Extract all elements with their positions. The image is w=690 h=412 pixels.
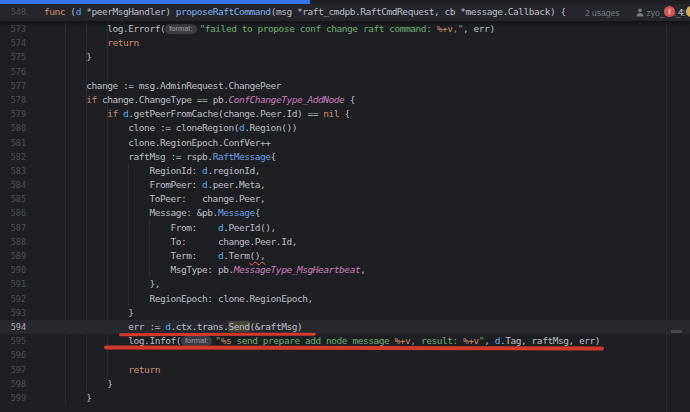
error-icon[interactable]: !	[664, 6, 675, 17]
line-number[interactable]: 590	[0, 263, 34, 277]
sticky-header-line[interactable]: 548 func (d *peerMsgHandler) proposeRaft…	[0, 4, 690, 22]
code-line[interactable]: 591 },	[0, 277, 690, 291]
code-token: %s	[221, 335, 232, 346]
line-number[interactable]: 574	[0, 36, 34, 50]
code-line[interactable]: 576	[0, 65, 690, 79]
code-token: clone := cloneRegion(	[128, 122, 239, 133]
code-line[interactable]: 592 RegionEpoch: clone.RegionEpoch,	[0, 292, 690, 306]
code-token: raftMsg := rspb.	[128, 151, 212, 162]
line-number[interactable]: 591	[0, 277, 34, 291]
code-token: ConfChangeType_AddNode	[228, 94, 344, 105]
sticky-header-code: func (d *peerMsgHandler) proposeRaftComm…	[44, 5, 571, 19]
line-number[interactable]: 599	[0, 391, 34, 405]
line-number[interactable]: 588	[0, 235, 34, 249]
code-token: %+v	[463, 335, 479, 346]
code-token: MsgType: pb.	[170, 264, 233, 275]
line-number[interactable]: 593	[0, 306, 34, 320]
inlay-hint-chip[interactable]: format:	[165, 24, 196, 34]
warning-icon[interactable]	[686, 6, 690, 17]
code-token: nil	[323, 108, 339, 119]
code-token: ,	[360, 264, 365, 275]
line-number[interactable]: 589	[0, 249, 34, 263]
line-number[interactable]: 587	[0, 221, 34, 235]
code-token: log.Infof(	[128, 335, 181, 346]
line-number[interactable]: 548	[0, 5, 34, 19]
code-line[interactable]: 596	[0, 348, 690, 362]
code-line[interactable]: 589 Term: d.Term(),	[0, 249, 690, 263]
line-number[interactable]: 577	[0, 79, 34, 93]
code-line[interactable]: 574 return	[0, 36, 690, 50]
inlay-hint-chip[interactable]: format:	[181, 336, 212, 346]
line-number[interactable]: 585	[0, 192, 34, 206]
line-number[interactable]: 578	[0, 93, 34, 107]
line-number[interactable]: 596	[0, 348, 34, 362]
line-number[interactable]: 576	[0, 65, 34, 79]
code-line[interactable]: 585 ToPeer: change.Peer,	[0, 192, 690, 206]
line-number[interactable]: 579	[0, 107, 34, 121]
line-number[interactable]: 598	[0, 377, 34, 391]
line-number[interactable]: 581	[0, 136, 34, 150]
code-token: From:	[170, 222, 217, 233]
code-line[interactable]: 593 }	[0, 306, 690, 320]
line-number[interactable]: 586	[0, 206, 34, 220]
code-line[interactable]: 588 To: change.Peer.Id,	[0, 235, 690, 249]
code-line[interactable]: 577 change := msg.AdminRequest.ChangePee…	[0, 79, 690, 93]
code-token: .Term	[223, 250, 249, 261]
code-line[interactable]: 586 Message: &pb.Message{	[0, 206, 690, 220]
code-line[interactable]: 582 raftMsg := rspb.RaftMessage{	[0, 150, 690, 164]
code-token: %+v	[437, 23, 453, 34]
line-number[interactable]: 594	[0, 320, 34, 334]
code-line[interactable]: 575 }	[0, 50, 690, 64]
code-token: .getPeerFromCache(change.Peer.Id) ==	[128, 108, 323, 119]
usages-hint[interactable]: 2 usages	[585, 8, 620, 18]
code-line-text: }	[44, 377, 113, 391]
code-line[interactable]: 587 From: d.PeerId(),	[0, 221, 690, 235]
code-token: .regionId,	[207, 165, 260, 176]
line-number[interactable]: 584	[0, 178, 34, 192]
person-icon	[636, 8, 644, 17]
code-line[interactable]: 581 clone.RegionEpoch.ConfVer++	[0, 136, 690, 150]
code-line-text: if d.getPeerFromCache(change.Peer.Id) ==…	[44, 107, 350, 121]
code-line-text: return	[44, 363, 160, 377]
code-line[interactable]: 573 log.Errorf(format:"failed to propose…	[0, 22, 690, 36]
line-number[interactable]: 592	[0, 292, 34, 306]
line-number[interactable]: 575	[0, 50, 34, 64]
code-token: if	[107, 108, 118, 119]
code-token: To: change.Peer.Id,	[170, 236, 296, 247]
error-squiggle-text: (),	[250, 250, 266, 261]
code-token: MessageType_MsgHeartbeat	[234, 264, 360, 275]
code-token: {	[255, 207, 260, 218]
code-line[interactable]: 597 return	[0, 363, 690, 377]
line-number[interactable]: 583	[0, 164, 34, 178]
code-line-text: raftMsg := rspb.RaftMessage{	[44, 150, 276, 164]
error-count: 4	[678, 7, 683, 17]
code-line-text: return	[44, 36, 139, 50]
code-line-text: Message: &pb.Message{	[44, 206, 260, 220]
code-line-text: RegionEpoch: clone.RegionEpoch,	[44, 292, 313, 306]
code-line-text: To: change.Peer.Id,	[44, 235, 297, 249]
line-number[interactable]: 597	[0, 363, 34, 377]
code-token: .Region())	[244, 122, 297, 133]
code-line[interactable]: 598 }	[0, 377, 690, 391]
code-line[interactable]: 599 }	[0, 391, 690, 405]
inspections-widget[interactable]: ! 4	[664, 6, 690, 17]
code-token: Term:	[170, 250, 217, 261]
code-line[interactable]: 590 MsgType: pb.MessageType_MsgHeartbeat…	[0, 263, 690, 277]
code-line-text: }	[44, 50, 91, 64]
code-line[interactable]: 594 err := d.ctx.trans.Send(&raftMsg)	[0, 320, 690, 334]
line-number[interactable]: 580	[0, 121, 34, 135]
code-line[interactable]: 583 RegionId: d.regionId,	[0, 164, 690, 178]
code-line[interactable]: 578 if change.ChangeType == pb.ConfChang…	[0, 93, 690, 107]
line-number[interactable]: 595	[0, 334, 34, 348]
code-token: {	[271, 151, 276, 162]
highlighted-identifier: Send	[228, 321, 249, 332]
scrollbar-caret-mark[interactable]	[671, 330, 682, 333]
code-line[interactable]: 584 FromPeer: d.peer.Meta,	[0, 178, 690, 192]
code-token: FromPeer:	[149, 179, 202, 190]
code-token: ToPeer: change.Peer,	[149, 193, 265, 204]
code-token: return	[107, 37, 139, 48]
line-number[interactable]: 573	[0, 22, 34, 36]
code-line[interactable]: 580 clone := cloneRegion(d.Region())	[0, 121, 690, 135]
code-line[interactable]: 579 if d.getPeerFromCache(change.Peer.Id…	[0, 107, 690, 121]
line-number[interactable]: 582	[0, 150, 34, 164]
